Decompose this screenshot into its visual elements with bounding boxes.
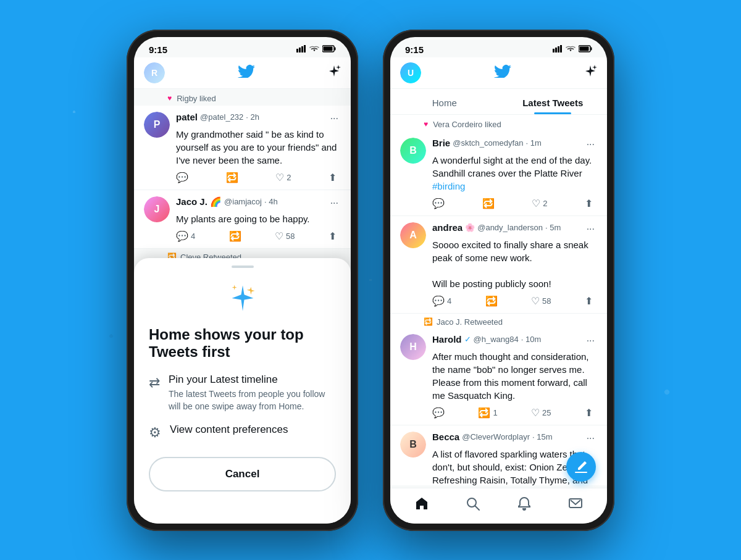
like-btn-andrea[interactable]: ♡ 58 — [531, 295, 551, 307]
svg-rect-0 — [296, 49, 298, 52]
retweet-icon-h: 🔁 — [478, 407, 490, 419]
sparkle-icon-1[interactable] — [327, 64, 341, 81]
share-btn-patel[interactable]: ⬆ — [329, 172, 337, 183]
sheet-option-prefs[interactable]: ⚙ View content preferences — [149, 424, 336, 441]
sheet-option-pin[interactable]: ⇄ Pin your Latest timeline The latest Tw… — [149, 374, 336, 412]
reply-btn-harold[interactable]: 💬 — [432, 407, 445, 419]
reply-icon-h: 💬 — [432, 407, 445, 419]
retweet-btn-patel[interactable]: 🔁 — [226, 172, 238, 183]
reply-btn-patel[interactable]: 💬 — [176, 172, 188, 183]
sparkle-icon-2[interactable] — [584, 64, 597, 81]
tweet-actions-jaco: 💬 4 🔁 ♡ 58 ⬆ — [176, 230, 337, 242]
tweet-more-harold[interactable]: ··· — [584, 334, 597, 348]
svg-rect-2 — [301, 46, 303, 52]
svg-rect-3 — [304, 45, 306, 52]
sheet-handle — [232, 265, 254, 268]
tweet-avatar-patel: P — [144, 112, 170, 138]
liked-bar-vera: ♥ Vera Cordeiro liked — [390, 115, 607, 132]
sparkle-large-icon — [227, 283, 258, 314]
retweet-icon-b: 🔁 — [482, 198, 495, 209]
home-nav-icon[interactable] — [409, 491, 434, 520]
tweet-more-brie[interactable]: ··· — [584, 138, 597, 151]
tweet-hashtag-birding[interactable]: #birding — [432, 181, 465, 191]
tweet-more-andrea[interactable]: ··· — [584, 222, 597, 236]
heart-icon-vera: ♥ — [424, 120, 428, 128]
share-btn-jaco[interactable]: ⬆ — [329, 230, 337, 242]
tweet-avatar-andrea: A — [400, 222, 426, 248]
like-icon: ♡ — [275, 172, 284, 183]
tweet-content-patel: My grandmother said " be as kind to your… — [176, 128, 341, 167]
reply-btn-andrea[interactable]: 💬 4 — [432, 295, 451, 307]
notifications-nav-icon[interactable] — [512, 491, 537, 520]
tab-home[interactable]: Home — [390, 89, 499, 114]
messages-nav-icon[interactable] — [563, 491, 588, 520]
bottom-sheet: Home shows your top Tweets first ⇄ Pin y… — [134, 258, 351, 524]
bottom-nav — [390, 488, 607, 524]
share-icon: ⬆ — [329, 172, 337, 183]
reply-icon-a: 💬 — [432, 295, 445, 307]
share-icon-h: ⬆ — [585, 407, 593, 419]
like-btn-brie[interactable]: ♡ 2 — [532, 198, 547, 209]
svg-rect-7 — [553, 49, 555, 52]
svg-rect-12 — [591, 47, 592, 50]
user-avatar-1[interactable]: R — [144, 62, 165, 83]
avatar-circle-becca: B — [400, 432, 426, 458]
tweet-name-patel: patel — [176, 112, 198, 122]
tweet-more-patel[interactable]: ··· — [328, 112, 341, 125]
tweet-more-becca[interactable]: ··· — [584, 432, 597, 445]
user-avatar-2[interactable]: U — [400, 62, 421, 83]
wifi-icon — [309, 45, 319, 54]
tweet-content-harold: After much thought and consideration, th… — [432, 350, 597, 402]
app-header-1: R — [134, 57, 351, 89]
search-nav-icon[interactable] — [461, 491, 485, 520]
liked-text-vera: Vera Cordeiro liked — [433, 120, 501, 129]
tweet-feed-2[interactable]: ♥ Vera Cordeiro liked B Brie @sktch_come… — [390, 115, 607, 485]
twitter-logo-1 — [238, 63, 255, 82]
like-icon-b: ♡ — [532, 198, 540, 209]
tweet-name-harold: Harold — [432, 334, 462, 345]
share-btn-brie[interactable]: ⬆ — [585, 198, 593, 209]
share-btn-andrea[interactable]: ⬆ — [585, 295, 593, 307]
tweet-time-patel: · 2h — [246, 112, 259, 122]
status-bar-1: 9:15 — [134, 37, 351, 57]
retweet-btn-brie[interactable]: 🔁 — [482, 198, 495, 209]
tweet-more-jaco[interactable]: ··· — [328, 196, 341, 210]
tweet-time-jaco: · 4h — [264, 197, 278, 206]
compose-fab[interactable] — [566, 452, 596, 482]
tweet-1: P patel @patel_232 · 2h ··· My gran — [134, 106, 351, 190]
tweet-avatar-becca: B — [400, 432, 426, 458]
like-btn-jaco[interactable]: ♡ 58 — [275, 230, 295, 242]
tweet-avatar-jaco: J — [144, 196, 170, 222]
wifi-icon-2 — [566, 45, 576, 54]
app-header-2: U — [390, 57, 607, 89]
tab-bar: Home Latest Tweets — [390, 89, 607, 115]
tweet-actions-harold: 💬 🔁 1 ♡ 25 ⬆ — [432, 407, 593, 419]
retweet-btn-jaco[interactable]: 🔁 — [229, 230, 241, 242]
like-icon-j: ♡ — [275, 230, 283, 242]
tweet-brie: B Brie @sktch_comedyfan · 1m ··· A wonde… — [390, 132, 607, 216]
avatar-circle-jaco: J — [144, 196, 170, 222]
reply-btn-brie[interactable]: 💬 — [432, 198, 445, 209]
pin-timeline-desc: The latest Tweets from people you follow… — [169, 388, 336, 412]
twitter-logo-2 — [494, 63, 511, 82]
share-btn-harold[interactable]: ⬆ — [585, 407, 593, 419]
time-1: 9:15 — [149, 44, 167, 55]
heart-icon-liked: ♥ — [167, 94, 172, 102]
phone-2: 9:15 U — [383, 30, 614, 531]
retweet-btn-andrea[interactable]: 🔁 — [485, 295, 498, 307]
retweet-btn-harold[interactable]: 🔁 1 — [478, 407, 497, 419]
like-btn-patel[interactable]: ♡ 2 — [275, 172, 291, 183]
reply-btn-jaco[interactable]: 💬 4 — [176, 230, 195, 242]
cancel-button[interactable]: Cancel — [149, 457, 336, 491]
phone-1: 9:15 R — [127, 30, 358, 531]
tweet-andrea: A andrea 🌸 @andy_landerson · 5m ··· — [390, 216, 607, 314]
svg-rect-8 — [555, 48, 557, 52]
like-btn-harold[interactable]: ♡ 25 — [531, 407, 551, 419]
retweet-icon-jaco-bar: 🔁 — [424, 317, 433, 326]
time-2: 9:15 — [405, 44, 424, 55]
avatar-circle-andrea: A — [400, 222, 426, 248]
tweet-time-harold: · 10m — [521, 335, 542, 344]
tab-latest-tweets[interactable]: Latest Tweets — [499, 89, 608, 114]
retweet-text-jaco: Jaco J. Retweeted — [437, 317, 503, 327]
avatar-circle-harold: H — [400, 334, 426, 360]
